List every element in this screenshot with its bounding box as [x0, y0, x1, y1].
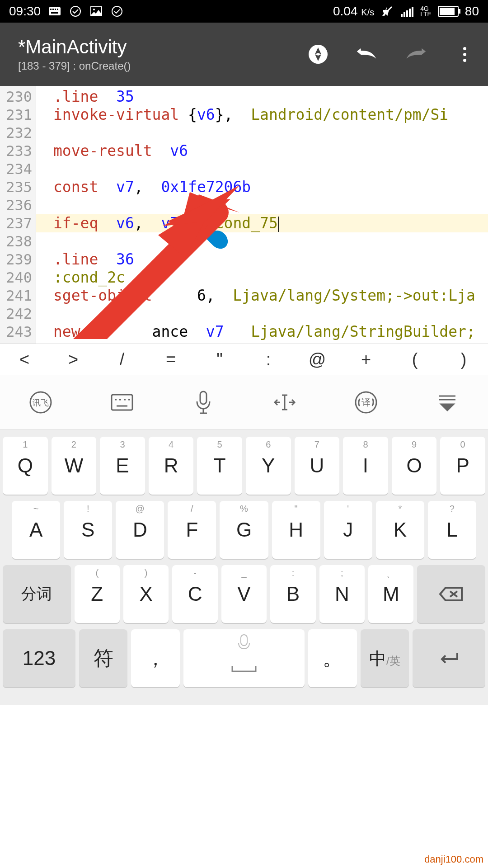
undo-button[interactable]	[356, 43, 378, 65]
svg-rect-29	[112, 395, 132, 410]
code-line[interactable]	[36, 232, 488, 250]
watermark-text: danji100.com	[424, 854, 483, 865]
symbol-key[interactable]: /	[98, 344, 146, 375]
key-X[interactable]: )X	[123, 565, 169, 623]
key-P[interactable]: 0P	[440, 437, 485, 495]
battery-icon	[438, 6, 459, 17]
redo-button[interactable]	[405, 43, 427, 65]
code-editor[interactable]: 2302312322332342352362372382392402412422…	[0, 86, 488, 344]
language-key[interactable]: 中/英	[361, 629, 409, 687]
line-number: 233	[0, 142, 36, 160]
key-E[interactable]: 3E	[100, 437, 145, 495]
key-W[interactable]: 2W	[52, 437, 97, 495]
symbol-key[interactable]: @	[293, 344, 342, 375]
numeric-key[interactable]: 123	[3, 629, 75, 687]
line-number-gutter: 2302312322332342352362372382392402412422…	[0, 86, 36, 344]
key-U[interactable]: 7U	[295, 437, 340, 495]
ime-logo-button[interactable]: 讯飞	[27, 389, 54, 416]
key-，[interactable]: ，	[131, 629, 179, 687]
symbol-key[interactable]: >	[49, 344, 98, 375]
key-S[interactable]: !S	[64, 501, 112, 559]
key-J[interactable]: 'J	[324, 501, 372, 559]
file-subtitle: [183 - 379] : onCreate()	[18, 60, 131, 72]
key-Z[interactable]: (Z	[75, 565, 120, 623]
check-circle-icon	[69, 5, 82, 18]
key-T[interactable]: 5T	[197, 437, 242, 495]
voice-input-button[interactable]	[190, 389, 217, 416]
cursor-mode-button[interactable]	[271, 389, 298, 416]
key-I[interactable]: 8I	[343, 437, 388, 495]
line-number: 237	[0, 214, 36, 232]
code-line[interactable]: sget-object 6, Ljava/lang/System;->out:L…	[36, 287, 488, 305]
collapse-keyboard-button[interactable]	[434, 389, 461, 416]
symbol-key[interactable]: (	[390, 344, 439, 375]
svg-rect-5	[51, 12, 58, 14]
symbol-key[interactable]: +	[342, 344, 390, 375]
symbol-key[interactable]: "	[195, 344, 244, 375]
symbol-key[interactable]: =	[146, 344, 195, 375]
symbol-key[interactable]: )	[439, 344, 488, 375]
key-。[interactable]: 。	[308, 629, 357, 687]
keyboard-status-icon	[48, 5, 61, 18]
shift-key[interactable]: 分词	[3, 565, 71, 623]
key-Q[interactable]: 1Q	[3, 437, 48, 495]
key-C[interactable]: -C	[172, 565, 217, 623]
overflow-menu-button[interactable]	[454, 43, 475, 65]
keyboard-switch-button[interactable]	[108, 389, 136, 416]
space-key[interactable]	[183, 629, 305, 687]
code-line[interactable]	[36, 160, 488, 178]
line-number: 240	[0, 269, 36, 287]
enter-key[interactable]	[413, 629, 485, 687]
code-line[interactable]	[36, 196, 488, 214]
code-line[interactable]: invoke-virtual {v6}, Landroid/content/pm…	[36, 106, 488, 124]
key-N[interactable]: ;N	[319, 565, 365, 623]
code-line[interactable]: .line 35	[36, 88, 488, 106]
code-content[interactable]: .line 35invoke-virtual {v6}, Landroid/co…	[36, 86, 488, 344]
key-G[interactable]: %G	[220, 501, 268, 559]
key-符[interactable]: 符	[79, 629, 127, 687]
svg-rect-3	[55, 9, 56, 10]
key-B[interactable]: :B	[270, 565, 315, 623]
key-L[interactable]: ?L	[428, 501, 476, 559]
toolbar-title-block[interactable]: *MainActivity [183 - 379] : onCreate()	[18, 36, 131, 72]
translate-button[interactable]: 译	[352, 389, 380, 416]
code-line[interactable]: .line 36	[36, 250, 488, 269]
code-line[interactable]: move-result v6	[36, 142, 488, 160]
key-A[interactable]: ~A	[12, 501, 60, 559]
symbol-key[interactable]: :	[244, 344, 293, 375]
svg-rect-35	[200, 392, 206, 404]
app-toolbar: *MainActivity [183 - 379] : onCreate()	[0, 23, 488, 86]
line-number: 230	[0, 88, 36, 106]
key-R[interactable]: 4R	[149, 437, 194, 495]
code-line[interactable]	[36, 305, 488, 323]
navigate-button[interactable]	[307, 43, 329, 65]
code-line[interactable]: if-eq v6, v7, :cond_75	[36, 214, 488, 232]
android-status-bar: 09:30 0.04 K/s 4GLTE 80	[0, 0, 488, 23]
symbol-key[interactable]: <	[0, 344, 49, 375]
key-Y[interactable]: 6Y	[246, 437, 291, 495]
code-line[interactable]: :cond_2c	[36, 269, 488, 287]
line-number: 232	[0, 124, 36, 142]
code-line[interactable]: new-in ance v7 Ljava/lang/StringBuilder;	[36, 323, 488, 341]
key-H[interactable]: "H	[272, 501, 320, 559]
line-number: 238	[0, 232, 36, 250]
image-status-icon	[89, 5, 103, 18]
key-F[interactable]: /F	[168, 501, 216, 559]
svg-rect-14	[409, 9, 411, 17]
key-M[interactable]: 、M	[368, 565, 413, 623]
key-D[interactable]: @D	[116, 501, 164, 559]
key-V[interactable]: _V	[221, 565, 267, 623]
svg-rect-15	[412, 7, 413, 17]
key-K[interactable]: *K	[376, 501, 424, 559]
line-number: 234	[0, 160, 36, 178]
ime-toolbar: 讯飞 译	[0, 375, 488, 429]
soft-keyboard: 1Q2W3E4R5T6Y7U8I9O0P ~A!S@D/F%G"H'J*K?L …	[0, 429, 488, 705]
svg-rect-1	[50, 9, 52, 10]
svg-rect-12	[404, 12, 405, 17]
status-time: 09:30	[9, 4, 41, 19]
line-number: 241	[0, 287, 36, 305]
key-O[interactable]: 9O	[392, 437, 437, 495]
code-line[interactable]	[36, 124, 488, 142]
code-line[interactable]: const v7, 0x1fe7206b	[36, 178, 488, 196]
backspace-key[interactable]	[417, 565, 485, 623]
